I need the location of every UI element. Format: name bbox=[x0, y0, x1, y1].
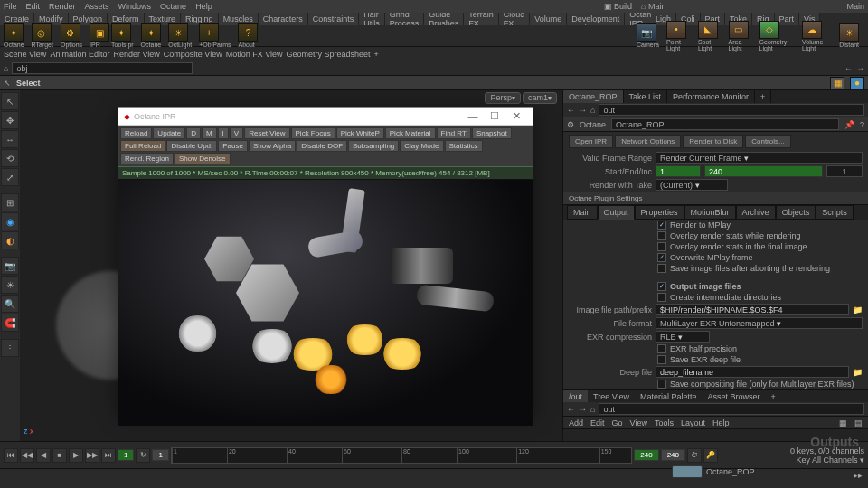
shelf-tab[interactable]: Constraints bbox=[308, 13, 360, 25]
tool-magnet-icon[interactable]: 🧲 bbox=[1, 314, 19, 332]
desktop-main[interactable]: ⌂ Main bbox=[641, 2, 665, 11]
last-frame-icon[interactable]: ⏭ bbox=[101, 448, 116, 463]
camera-persp[interactable]: Persp▾ bbox=[485, 92, 521, 104]
rendertodisk-button[interactable]: Render to Disk bbox=[683, 135, 743, 148]
ipr-reload[interactable]: Reload bbox=[120, 127, 152, 139]
browse-icon[interactable]: 📁 bbox=[853, 305, 863, 314]
ipr-icon[interactable]: ▣ bbox=[90, 23, 109, 42]
tab-output[interactable]: Output bbox=[598, 205, 635, 220]
network-view[interactable]: Outputs Octane_ROP bbox=[563, 429, 868, 441]
ipr-v[interactable]: V bbox=[230, 127, 243, 139]
play-back-icon[interactable]: ◀ bbox=[36, 448, 51, 463]
desktop-build[interactable]: ▣ Build bbox=[604, 2, 633, 11]
shelf-tab[interactable]: Volume bbox=[530, 13, 567, 25]
objparms-icon[interactable]: + bbox=[199, 23, 219, 42]
distlight-icon[interactable]: ☀ bbox=[839, 23, 859, 42]
tab-archive[interactable]: Archive bbox=[736, 205, 776, 220]
net-path-input[interactable] bbox=[599, 403, 864, 415]
menu-assets[interactable]: Assets bbox=[85, 2, 109, 11]
framerange-select[interactable]: Render Current Frame ▾ bbox=[656, 152, 863, 164]
home-icon[interactable]: ⌂ bbox=[590, 405, 595, 414]
netopts-button[interactable]: Network Options bbox=[615, 135, 681, 148]
imgpath-input[interactable]: $HIP/render/$HIPNAME.$OS.$F4 bbox=[656, 304, 849, 315]
controls-button[interactable]: Controls... bbox=[745, 135, 790, 148]
tool-view-icon[interactable]: ◉ bbox=[1, 212, 19, 230]
path-input[interactable] bbox=[12, 62, 193, 74]
tab-mblur[interactable]: MotionBlur bbox=[684, 205, 736, 220]
tab[interactable]: Composite View bbox=[164, 50, 222, 59]
about-icon[interactable]: ? bbox=[238, 23, 258, 42]
ipr-dof[interactable]: Disable DOF bbox=[297, 140, 347, 152]
tab-perfmon[interactable]: Performance Monitor bbox=[667, 90, 755, 103]
ipr-stats[interactable]: Statistics bbox=[445, 140, 483, 152]
ipr-fullreload[interactable]: Full Reload bbox=[120, 140, 165, 152]
end-frame-input[interactable]: 240 bbox=[704, 165, 823, 177]
end-frame[interactable]: 240 bbox=[634, 449, 658, 461]
global-end[interactable]: 240 bbox=[661, 449, 685, 461]
options-icon[interactable]: ⚙ bbox=[61, 23, 80, 42]
tool-render-icon[interactable]: ◐ bbox=[1, 231, 19, 249]
deepfile-input[interactable]: deep_filename bbox=[656, 366, 849, 378]
tab-props[interactable]: Properties bbox=[635, 205, 684, 220]
start-frame-input[interactable]: 1 bbox=[656, 165, 701, 177]
tab-takelist[interactable]: Take List bbox=[624, 90, 668, 103]
checkbox[interactable] bbox=[657, 264, 666, 273]
ipr-clay[interactable]: Clay Mode bbox=[400, 140, 443, 152]
checkbox[interactable]: ✓ bbox=[657, 253, 666, 262]
ipr-subsamp[interactable]: Subsampling bbox=[348, 140, 399, 152]
octlight-icon[interactable]: ☀ bbox=[168, 23, 188, 42]
ipr-findrt[interactable]: Find RT bbox=[437, 127, 471, 139]
home-icon[interactable]: ⌂ bbox=[590, 106, 595, 115]
ipr-d[interactable]: D bbox=[186, 127, 201, 139]
maximize-icon[interactable]: ☐ bbox=[484, 110, 505, 122]
netmenu-view[interactable]: View bbox=[630, 418, 647, 427]
realtime-icon[interactable]: ⏱ bbox=[687, 448, 702, 463]
netmenu-layout[interactable]: Layout bbox=[681, 418, 705, 427]
snap-icon[interactable]: ● bbox=[850, 77, 864, 89]
ipr-region[interactable]: Rend. Region bbox=[120, 153, 174, 164]
shelf-tab[interactable]: Grind Process bbox=[385, 13, 425, 25]
tab-assetbrowser[interactable]: Asset Browser bbox=[703, 390, 766, 402]
camera-icon[interactable]: 📷 bbox=[637, 23, 656, 42]
tab-octanerop[interactable]: Octane_ROP bbox=[563, 90, 624, 103]
tool-move-icon[interactable]: ↔ bbox=[1, 130, 19, 148]
menu-help[interactable]: Help bbox=[195, 2, 212, 11]
checkbox[interactable] bbox=[657, 355, 666, 364]
geolight-icon[interactable]: ◇ bbox=[760, 21, 779, 39]
ipr-pause[interactable]: Pause bbox=[218, 140, 248, 152]
tool-camera-icon[interactable]: 📷 bbox=[1, 257, 19, 275]
nav-fwd-icon[interactable]: → bbox=[579, 405, 587, 414]
gear-icon[interactable]: ⚙ bbox=[567, 120, 574, 129]
shelf-tab[interactable]: Characters bbox=[259, 13, 308, 25]
node-path-input[interactable] bbox=[599, 104, 864, 116]
nav-back-icon[interactable]: ← bbox=[844, 64, 853, 73]
menu-file[interactable]: File bbox=[4, 2, 17, 11]
tab-out[interactable]: /out bbox=[563, 390, 588, 402]
cur-frame[interactable]: 1 bbox=[152, 449, 168, 461]
octane-icon[interactable]: ✦ bbox=[4, 23, 24, 42]
ipr-disupd[interactable]: Disable Upd. bbox=[166, 140, 217, 152]
checkbox[interactable] bbox=[657, 293, 666, 302]
prev-key-icon[interactable]: ◀◀ bbox=[20, 448, 34, 463]
checkbox[interactable] bbox=[657, 380, 666, 389]
menu-octane[interactable]: Octane bbox=[160, 2, 186, 11]
tab-objects[interactable]: Objects bbox=[776, 205, 816, 220]
pin-icon[interactable]: 📌 bbox=[844, 120, 854, 129]
shelf-tab[interactable]: Guide Brushes bbox=[424, 13, 464, 25]
add-tab-icon[interactable]: + bbox=[766, 390, 781, 402]
netmenu-help[interactable]: Help bbox=[712, 418, 730, 427]
node-name-input[interactable] bbox=[611, 118, 839, 130]
net-icon[interactable]: ▤ bbox=[854, 418, 863, 427]
select-tool[interactable]: Select bbox=[16, 79, 41, 88]
tab-treeview[interactable]: Tree View bbox=[588, 390, 635, 402]
checkbox[interactable] bbox=[657, 242, 666, 251]
ipr-pickfocus[interactable]: Pick Focus bbox=[291, 127, 335, 139]
tab[interactable]: Geometry Spreadsheet bbox=[287, 50, 371, 59]
rtarget-icon[interactable]: ◎ bbox=[32, 23, 52, 42]
netmenu-edit[interactable]: Edit bbox=[590, 418, 605, 427]
ipr-pickmat[interactable]: Pick Material bbox=[385, 127, 436, 139]
nav-back-icon[interactable]: ← bbox=[567, 106, 575, 115]
play-icon[interactable]: ▶ bbox=[69, 448, 83, 463]
ipr-snapshot[interactable]: Snapshot bbox=[472, 127, 512, 139]
spotlight-icon[interactable]: ◣ bbox=[698, 21, 718, 39]
